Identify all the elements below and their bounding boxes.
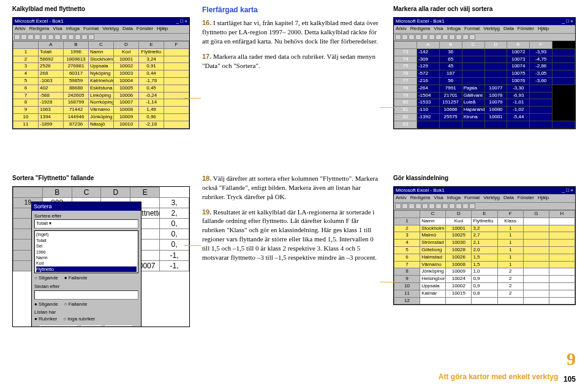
dropdown-thenby[interactable] <box>34 290 138 300</box>
menu-bar: ArkivRedigeraVisaInfogaFormatVerktygData… <box>13 25 189 34</box>
connector-line <box>380 282 397 282</box>
window-titlebar: Microsoft Excel - Bok1_ □ × <box>394 187 575 195</box>
button-cancel[interactable]: Avbryt <box>105 325 133 327</box>
instruction-19: 19. Resultatet är ett kalkylblad där LA-… <box>202 208 381 262</box>
spreadsheet-grid: ABCDEF1Totalt1996NamnKodFlyttnetto258692… <box>13 41 189 129</box>
dropdown-options[interactable]: (Inget)TotaltSel1996NamnKodFlyttnetto <box>34 230 138 273</box>
dialog-title: Sortera <box>32 202 141 211</box>
screenshot-sheet1: Microsoft Excel - Bok1_ □ × ArkivRediger… <box>12 17 190 129</box>
page-number: 105 <box>564 375 576 383</box>
connector-line <box>184 245 201 246</box>
toolbar <box>394 203 575 210</box>
screenshot-sortdialog: BCDE190983,768Flyttnetto2,6030,3280,8860… <box>12 186 190 327</box>
spreadsheet-grid: CDEFGH1NamnKodFlyttnettoKlass2Stockholm1… <box>394 210 575 304</box>
spreadsheet-grid-selected: ABCDEF73-1423610072-3,9374-3096510073-4,… <box>394 41 575 129</box>
caption-klassindelning: Gör klassindelning <box>393 174 576 183</box>
radio-rubriker[interactable]: ● Rubriker <box>34 316 57 323</box>
screenshot-sheet3: Microsoft Excel - Bok1_ □ × ArkivRediger… <box>393 186 576 306</box>
button-ok[interactable]: OK <box>81 325 102 327</box>
radio-stigande2[interactable]: ● Stigande <box>34 301 58 308</box>
radio-stigande[interactable]: ○ Stigande <box>34 275 58 282</box>
caption-markera: Markera alla rader och välj sortera <box>393 5 576 13</box>
page-footer: 9 Att göra kartor med enkelt verktyg 105 <box>439 347 576 384</box>
instruction-16: 16. I startläget har vi, från kapitel 7,… <box>202 18 381 46</box>
label-listhas: Listan har <box>34 309 138 316</box>
toolbar <box>13 34 189 41</box>
screenshot-sheet2: Microsoft Excel - Bok1_ □ × ArkivRediger… <box>393 17 576 129</box>
caption-sortera: Sortera "Flyttnetto" fallande <box>12 174 190 183</box>
chapter-title: Att göra kartor med enkelt verktyg <box>439 372 558 382</box>
radio-fallande[interactable]: ● Fallande <box>64 275 88 282</box>
toolbar <box>394 34 575 41</box>
window-titlebar: Microsoft Excel - Bok1_ □ × <box>13 18 189 26</box>
connector-line <box>184 98 201 99</box>
radio-fallande2[interactable]: ○ Fallande <box>64 301 88 308</box>
label-sortby: Sortera efter <box>34 213 138 220</box>
instruction-17: 17. Markera alla rader med data och rubr… <box>202 52 381 70</box>
chapter-number: 9 <box>567 349 576 369</box>
label-thenby: Sedan efter <box>34 284 138 290</box>
caption-kalkylblad: Kalkylblad med flyttnetto <box>12 5 190 13</box>
button-options[interactable]: Alternativ... <box>40 325 77 327</box>
instruction-18: 18. Välj därefter att sortera efter kolu… <box>202 174 381 202</box>
dropdown-sortby[interactable]: Totalt ▾ <box>34 219 138 228</box>
heading-flerfargad: Flerfärgad karta <box>202 5 381 15</box>
window-titlebar: Microsoft Excel - Bok1_ □ × <box>394 18 575 26</box>
menu-bar: ArkivRedigeraVisaInfogaFormatVerktygData… <box>394 194 575 203</box>
sort-dialog: Sortera Sortera efter Totalt ▾ (Inget)To… <box>31 202 141 327</box>
menu-bar: ArkivRedigeraVisaInfogaFormatVerktygData… <box>394 25 575 34</box>
connector-line <box>380 107 397 108</box>
radio-ingarubriker[interactable]: ○ Inga rubriker <box>63 316 95 323</box>
